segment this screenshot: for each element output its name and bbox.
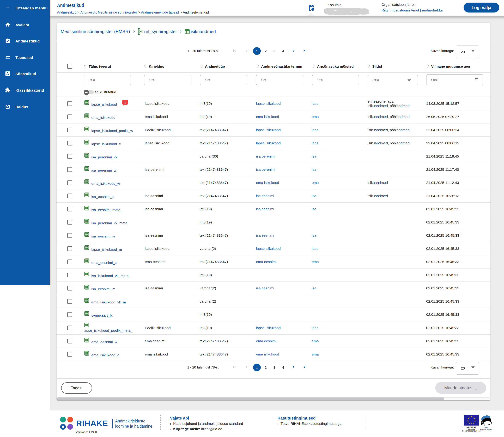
- svg-text:★: ★: [474, 421, 475, 423]
- svg-text:★: ★: [469, 416, 470, 418]
- svg-text:★: ★: [473, 422, 474, 424]
- svg-text:★: ★: [469, 422, 470, 424]
- svg-text:★: ★: [468, 421, 469, 423]
- svg-text:★: ★: [474, 417, 475, 419]
- svg-text:★: ★: [471, 423, 472, 425]
- svg-text:★: ★: [471, 416, 472, 417]
- svg-text:★: ★: [474, 419, 476, 421]
- svg-text:★: ★: [467, 419, 469, 421]
